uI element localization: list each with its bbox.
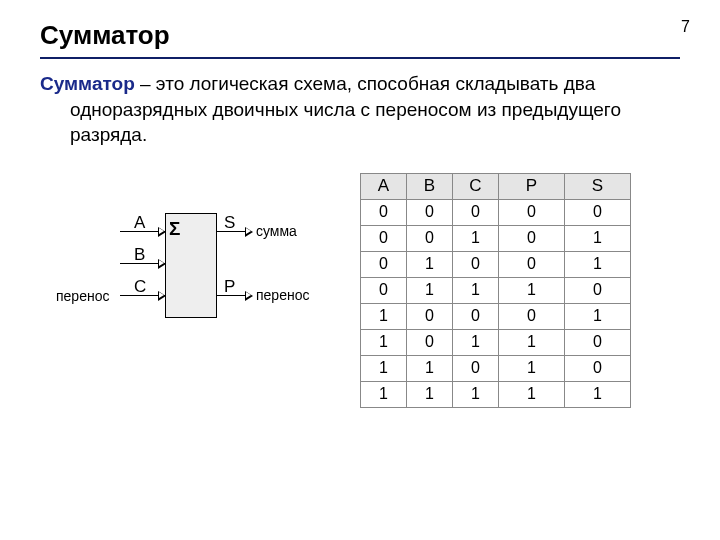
table-row: 11010 [361, 355, 631, 381]
table-cell: 1 [361, 381, 407, 407]
table-cell: 1 [407, 381, 453, 407]
table-cell: 0 [453, 251, 499, 277]
page-number: 7 [681, 18, 690, 36]
table-cell: 1 [565, 303, 631, 329]
label-c: C [134, 277, 146, 297]
table-cell: 0 [407, 303, 453, 329]
table-cell: 0 [499, 303, 565, 329]
label-p: P [224, 277, 235, 297]
table-cell: 1 [407, 355, 453, 381]
table-cell: 1 [499, 329, 565, 355]
table-cell: 1 [407, 277, 453, 303]
arrow-p-icon [245, 291, 253, 301]
table-cell: 0 [499, 225, 565, 251]
definition-rest: – это логическая схема, способная склады… [70, 73, 621, 145]
table-cell: 1 [453, 277, 499, 303]
table-cell: 0 [565, 355, 631, 381]
table-cell: 0 [453, 355, 499, 381]
table-cell: 1 [453, 225, 499, 251]
arrow-a-icon [158, 227, 166, 237]
table-row: 10001 [361, 303, 631, 329]
table-cell: 1 [565, 225, 631, 251]
table-cell: 0 [407, 329, 453, 355]
truth-table: A B C P S 000000010101001011101000110110… [360, 173, 631, 408]
th-a: A [361, 173, 407, 199]
annot-output-sum: сумма [256, 223, 297, 239]
sigma-icon: Σ [169, 218, 180, 240]
th-b: B [407, 173, 453, 199]
table-row: 00101 [361, 225, 631, 251]
table-row: 01110 [361, 277, 631, 303]
table-cell: 0 [499, 251, 565, 277]
table-cell: 1 [361, 329, 407, 355]
table-cell: 0 [499, 199, 565, 225]
table-cell: 0 [407, 199, 453, 225]
table-cell: 0 [361, 277, 407, 303]
table-row: 11111 [361, 381, 631, 407]
label-a: A [134, 213, 145, 233]
table-cell: 0 [453, 303, 499, 329]
table-cell: 0 [407, 225, 453, 251]
label-b: B [134, 245, 145, 265]
table-cell: 1 [361, 303, 407, 329]
th-p: P [499, 173, 565, 199]
table-cell: 0 [565, 329, 631, 355]
table-cell: 0 [361, 251, 407, 277]
th-s: S [565, 173, 631, 199]
table-cell: 0 [453, 199, 499, 225]
table-cell: 0 [565, 199, 631, 225]
table-cell: 1 [499, 355, 565, 381]
th-c: C [453, 173, 499, 199]
table-cell: 1 [499, 381, 565, 407]
table-cell: 1 [361, 355, 407, 381]
table-cell: 1 [407, 251, 453, 277]
table-cell: 1 [565, 381, 631, 407]
label-s: S [224, 213, 235, 233]
arrow-s-icon [245, 227, 253, 237]
content-row: Σ A B C перенос S сумма P перенос [40, 173, 680, 408]
table-cell: 0 [361, 225, 407, 251]
table-row: 10110 [361, 329, 631, 355]
table-cell: 1 [499, 277, 565, 303]
annot-input-carry: перенос [56, 288, 109, 304]
definition-text: Сумматор – это логическая схема, способн… [40, 71, 680, 148]
table-cell: 1 [565, 251, 631, 277]
table-header-row: A B C P S [361, 173, 631, 199]
adder-diagram: Σ A B C перенос S сумма P перенос [50, 203, 310, 363]
title-underline [40, 57, 680, 59]
table-cell: 1 [453, 329, 499, 355]
table-row: 01001 [361, 251, 631, 277]
annot-output-carry: перенос [256, 287, 309, 303]
slide: 7 Сумматор Сумматор – это логическая схе… [0, 0, 720, 540]
table-cell: 0 [361, 199, 407, 225]
page-title: Сумматор [40, 20, 680, 51]
table-cell: 1 [453, 381, 499, 407]
table-body: 0000000101010010111010001101101101011111 [361, 199, 631, 407]
arrow-b-icon [158, 259, 166, 269]
table-row: 00000 [361, 199, 631, 225]
table-cell: 0 [565, 277, 631, 303]
term: Сумматор [40, 73, 135, 94]
arrow-c-icon [158, 291, 166, 301]
